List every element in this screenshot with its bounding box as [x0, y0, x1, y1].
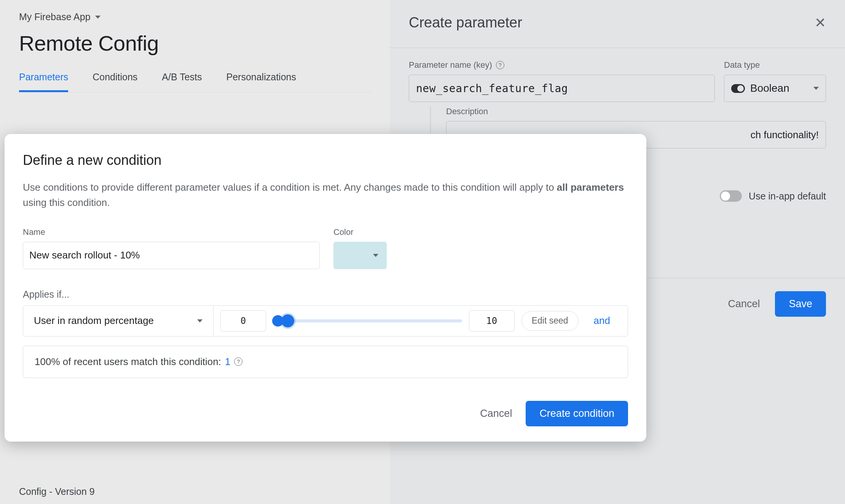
panel-title: Create parameter — [409, 14, 522, 31]
slider-thumb-max[interactable] — [281, 314, 294, 327]
match-summary: 100% of recent users match this conditio… — [23, 346, 628, 378]
description-label: Description — [446, 107, 826, 116]
save-button[interactable]: Save — [775, 291, 826, 317]
help-icon[interactable]: ? — [496, 61, 504, 69]
define-condition-modal: Define a new condition Use conditions to… — [5, 134, 646, 442]
modal-title: Define a new condition — [23, 152, 628, 168]
close-icon[interactable]: ✕ — [815, 15, 826, 31]
chevron-down-icon — [197, 319, 202, 322]
app-name: My Firebase App — [19, 11, 91, 22]
applies-if-label: Applies if... — [23, 289, 628, 300]
color-picker[interactable] — [333, 242, 387, 269]
tab-bar: Parameters Conditions A/B Tests Personal… — [19, 72, 371, 93]
data-type-select[interactable]: Boolean — [724, 75, 826, 102]
modal-description: Use conditions to provide different para… — [23, 180, 628, 211]
condition-name-label: Name — [23, 227, 320, 237]
edit-seed-button[interactable]: Edit seed — [521, 311, 579, 331]
tab-ab-tests[interactable]: A/B Tests — [162, 72, 202, 92]
chevron-down-icon — [813, 87, 819, 90]
chevron-down-icon — [95, 16, 100, 19]
page-title: Remote Config — [19, 31, 371, 56]
app-selector-dropdown[interactable]: My Firebase App — [19, 11, 371, 22]
param-name-label: Parameter name (key) ? — [409, 60, 715, 70]
use-default-toggle[interactable] — [720, 190, 742, 202]
match-count: 1 — [225, 356, 230, 368]
color-label: Color — [333, 227, 387, 237]
range-from-input[interactable] — [220, 310, 266, 332]
condition-name-input[interactable] — [23, 242, 320, 269]
tab-parameters[interactable]: Parameters — [19, 72, 68, 92]
config-version-label: Config - Version 9 — [19, 486, 95, 497]
use-default-label: Use in-app default — [749, 191, 826, 202]
condition-type-select[interactable]: User in random percentage — [23, 306, 214, 336]
percentage-slider[interactable] — [273, 316, 462, 325]
divider — [390, 48, 845, 48]
cancel-button[interactable]: Cancel — [728, 298, 760, 310]
create-condition-button[interactable]: Create condition — [526, 401, 628, 426]
range-to-input[interactable] — [469, 310, 515, 332]
condition-rule-row: User in random percentage Edit seed and — [23, 305, 628, 337]
data-type-label: Data type — [724, 60, 826, 70]
modal-cancel-button[interactable]: Cancel — [480, 408, 512, 419]
tab-personalizations[interactable]: Personalizations — [226, 72, 296, 92]
chevron-down-icon — [373, 254, 378, 257]
tab-conditions[interactable]: Conditions — [92, 72, 137, 92]
and-operator-button[interactable]: and — [594, 315, 610, 327]
help-icon[interactable]: ? — [234, 357, 242, 366]
boolean-icon — [731, 84, 745, 93]
param-name-input[interactable]: new_search_feature_flag — [409, 75, 715, 102]
